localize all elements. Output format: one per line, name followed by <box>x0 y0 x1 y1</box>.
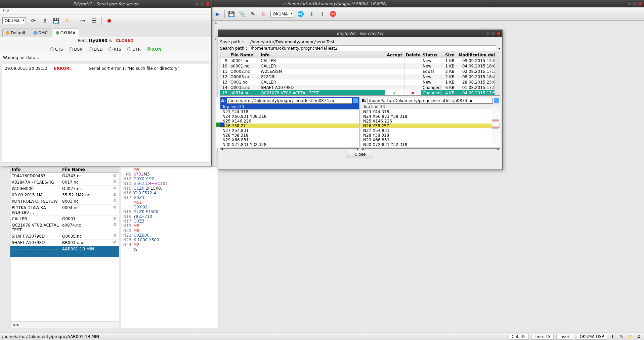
diff-line: N24 X66.831 Y38.318 <box>220 114 359 119</box>
table-row[interactable]: 15o0874.ncQC21078 VT02 ACETAL TEST✔✖Chan… <box>220 90 500 96</box>
list-item[interactable]: CALLERO0001⊘ <box>10 216 119 222</box>
port-status-line: Port: ttyUSB0 is CLOSED <box>0 37 211 45</box>
waiting-text: Waiting for data... <box>0 54 211 62</box>
profile-combo[interactable]: OKUMA <box>2 17 26 24</box>
search-path-input[interactable]: /home/artur/Dokumenty/prognc/serialTest2 <box>249 45 496 51</box>
status-bar: /home/artur/Dokumenty/prognc/AAR001-1B.M… <box>0 333 644 340</box>
close-icon[interactable] <box>496 31 501 36</box>
diff-a-header: A: /home/artur/Dokumenty/prognc/serialTe… <box>220 97 359 104</box>
disk-icon[interactable] <box>353 98 358 103</box>
accept-icon[interactable]: ✔ <box>393 91 396 95</box>
status-gear-icon[interactable]: ⚙ <box>636 334 642 339</box>
machine-combo[interactable]: OKUMA <box>270 11 294 17</box>
list-item[interactable]: ---------------------------------AAR001-… <box>10 246 119 257</box>
main-title-prefix: ------------- ---> <box>258 1 286 6</box>
diff-line: N23 Y44.318 <box>220 109 359 114</box>
list-item[interactable]: KONTROLA OFFSETOW8003.nc⊘ <box>10 198 119 205</box>
file-checker-table: File Name Info Accept Delete Status Size… <box>220 52 500 96</box>
status-edit-icon[interactable]: ✎ <box>618 334 625 339</box>
list-item[interactable]: PLYTKA DLAWIKA WDF180 ...0004.nc⊘ <box>10 205 119 216</box>
list-item[interactable]: QC21078 VT02 ACETAL TESTo0874.nc⊘ <box>10 222 119 233</box>
status-info-icon[interactable]: ℹ <box>610 334 616 339</box>
file-list-header: InfoFile Name <box>10 166 119 173</box>
close-icon[interactable] <box>638 1 643 6</box>
tab-dmc[interactable]: DMC <box>30 29 51 37</box>
diff-line: N27 X54.831 <box>361 128 500 133</box>
record-icon[interactable]: ⏺ <box>105 17 113 25</box>
table-row[interactable]: 9o0001.ncCALLERNew1 KB09.09.2015 12:03 <box>220 58 500 63</box>
profile-tabs: Default DMC OKUMA <box>0 27 211 37</box>
upload-icon[interactable]: ⬆ <box>318 10 326 18</box>
table-row[interactable]: 10o0001.ncCALLERNew1 KB04.09.2015 18:03 <box>220 63 500 69</box>
play-icon[interactable]: ▶ <box>214 10 222 18</box>
table-row[interactable]: 13O001.ncCALLERNew1 KB28.08.2015 23:00 <box>220 80 500 85</box>
diff-a-topline: Top line 33 <box>220 104 359 109</box>
serial-log: 29.09.2015 20:38:32 ERROR: Serial port e… <box>2 63 210 162</box>
save-icon[interactable]: 💾 <box>227 10 235 18</box>
table-row[interactable]: 11O0002.ncW2LEA/SMEqual2 KB02.08.2015 17… <box>220 69 500 74</box>
list-item[interactable]: SHAFT A30798DO0035.nc⊘ <box>10 233 119 240</box>
list-item[interactable]: SHAFT A30798DBR0035.nc⊘ <box>10 240 119 246</box>
code-editor[interactable]: M9 N9S732M3N12G0X0.Y-92.N13G56Z3.H=VC101… <box>121 166 218 328</box>
list-item[interactable]: 09.09.2015-1M35-52-1M2.nc⊘ <box>10 192 119 198</box>
minimize-icon[interactable] <box>485 31 490 36</box>
menu-file[interactable]: File <box>2 8 9 13</box>
diff-minimap[interactable] <box>492 107 499 143</box>
main-toolbar: ▶ 💾 📎 ✎ ⚔ OKUMA 🌐 ⬇ ⬆ ⛔ <box>212 7 644 21</box>
serial-toolbar: OKUMA ⟳ ⇪ 💾 ↻ ▭ ☰ ⏺ <box>0 14 211 27</box>
list-item[interactable]: T044160D00467O4343.nc⊘ <box>10 173 119 179</box>
serial-titlebar[interactable]: EdytorNC - Serial port file server <box>0 0 211 8</box>
file-list-pane: InfoFile Name T044160D00467O4343.nc⊘A328… <box>10 166 119 328</box>
list-item[interactable]: W33FB000O3027.nc⊘ <box>10 186 119 192</box>
status-folder-icon[interactable]: 📁 <box>627 334 633 339</box>
diff-line: N30 X72.831 Y32.318 <box>361 142 500 147</box>
signal-dsr: DSR <box>69 47 82 52</box>
file-checker-titlebar[interactable]: EdytorNC - File checker <box>218 30 502 37</box>
serial-port-window: EdytorNC - Serial port file server File … <box>0 0 212 166</box>
window-icon[interactable]: ▭ <box>79 17 87 25</box>
table-row[interactable]: 12O0003.nc222DRLNew2 KB08.09.2015 18:42 <box>220 74 500 80</box>
minimize-icon[interactable] <box>195 2 199 6</box>
reload-icon[interactable]: ↻ <box>63 17 72 25</box>
signal-cts: CTS <box>50 47 63 52</box>
maximize-icon[interactable] <box>200 2 205 6</box>
minimize-icon[interactable] <box>627 1 632 6</box>
diff-line: N26 Y58.27 <box>220 124 359 128</box>
table-row[interactable]: 14O0035.ncSHAFT A30798DChanged6 KB01.08.… <box>220 85 500 90</box>
table-scrollbar[interactable] <box>495 52 500 95</box>
file-list-footer[interactable]: << <box>10 322 119 328</box>
maximize-icon[interactable] <box>633 1 637 6</box>
diff-b-path[interactable]: /home/artur/Dokumenty/prognc/serialTest/… <box>368 98 493 104</box>
diff-a-scrollbar[interactable] <box>220 147 359 148</box>
download-icon[interactable]: ⬇ <box>307 10 315 18</box>
conflict-icon[interactable]: ⚔ <box>260 10 268 18</box>
diff-b-topline: Top line 33 <box>361 104 500 109</box>
diff-view: A: /home/artur/Dokumenty/prognc/serialTe… <box>220 97 500 149</box>
diff-line: N26 Y58.257 <box>361 124 500 128</box>
upload-icon[interactable]: ⇪ <box>41 17 49 25</box>
list-item[interactable]: A32847A - P1AES/RG0017.nc⊘ <box>10 179 119 186</box>
close-icon[interactable] <box>205 2 210 6</box>
diff-pane-b: B: /home/artur/Dokumenty/prognc/serialTe… <box>361 97 500 149</box>
diff-pane-a: A: /home/artur/Dokumenty/prognc/serialTe… <box>220 97 359 149</box>
tab-okuma[interactable]: OKUMA <box>52 29 79 37</box>
tab-default[interactable]: Default <box>2 29 29 37</box>
dropdown-icon[interactable]: ▾ <box>498 46 500 51</box>
refresh-icon[interactable]: ⟳ <box>29 17 37 25</box>
close-button[interactable]: Close <box>347 151 374 158</box>
stop-icon[interactable]: ⛔ <box>329 10 337 18</box>
erase-icon[interactable]: ✎ <box>249 10 257 18</box>
globe-icon[interactable]: 🌐 <box>297 10 305 18</box>
diff-line: N29 X66.831 <box>220 138 359 142</box>
maximize-icon[interactable] <box>491 31 496 36</box>
list-icon[interactable]: ☰ <box>90 17 98 25</box>
main-title-path: /home/artur/Dokumenty/prognc/AAR001-1B.M… <box>287 1 386 6</box>
disk-icon[interactable] <box>494 98 499 103</box>
attach-icon[interactable]: 📎 <box>238 10 246 18</box>
diff-a-path[interactable]: /home/artur/Dokumenty/prognc/serialTest2… <box>227 98 352 104</box>
disk-icon[interactable]: 💾 <box>52 17 60 25</box>
delete-icon[interactable]: ✖ <box>411 91 414 95</box>
diff-line: N28 Y38.318 <box>220 133 359 138</box>
file-checker-window: EdytorNC - File checker Save path : /hom… <box>218 30 503 170</box>
diff-b-scrollbar[interactable] <box>361 147 500 148</box>
